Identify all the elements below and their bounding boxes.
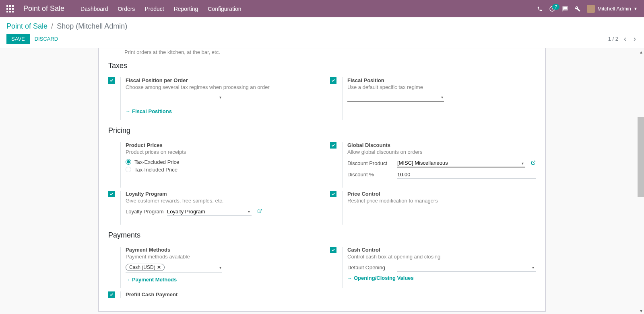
breadcrumb: Point of Sale / Shop (Mitchell Admin) [6,22,638,31]
svg-rect-0 [6,5,8,7]
label-product-prices: Product Prices [126,142,314,148]
label-loyalty: Loyalty Program [126,191,314,197]
label-global-discounts: Global Discounts [347,142,536,148]
label-discount-product: Discount Product [347,160,394,166]
form-sheet: Print orders at the kitchen, at the bar,… [98,48,546,312]
label-default-opening: Default Opening [347,264,394,271]
label-cash-control: Cash Control [347,247,536,253]
breadcrumb-current: Shop (Mitchell Admin) [57,22,127,30]
avatar [587,5,595,13]
menu-orders[interactable]: Orders [118,6,135,12]
svg-rect-8 [12,11,14,12]
activity-badge: 7 [552,4,559,10]
input-loyalty-program[interactable] [167,208,252,216]
desc-cash-control: Control cash box at opening and closing [347,254,536,260]
menu-configuration[interactable]: Configuration [208,6,241,12]
input-discount-product[interactable] [397,159,525,167]
breadcrumb-bar: Point of Sale / Shop (Mitchell Admin) [0,17,644,31]
section-pricing: Pricing [108,126,536,135]
tag-cash-usd: Cash (USD) ✕ [126,264,165,271]
menu-product[interactable]: Product [144,6,164,12]
save-button[interactable]: SAVE [6,34,30,44]
tag-remove-icon[interactable]: ✕ [157,264,161,270]
field-payment-methods[interactable]: Cash (USD) ✕ [126,264,222,273]
pager: 1 / 2 ‹ › [608,35,638,43]
menu-dashboard[interactable]: Dashboard [80,6,108,12]
arrow-right-icon: → [347,275,352,281]
desc-product-prices: Product prices on receipts [126,149,314,155]
debug-icon[interactable] [575,6,580,12]
desc-loyalty: Give customer rewards, free samples, etc… [126,198,314,204]
checkbox-global-discounts[interactable] [330,142,336,149]
svg-rect-6 [6,11,8,12]
arrow-right-icon: → [126,108,130,114]
desc-price-control: Restrict price modification to managers [347,198,536,204]
radio-tax-included[interactable]: Tax-Included Price [126,167,314,173]
pager-prev-icon[interactable]: ‹ [622,35,628,43]
svg-rect-5 [12,8,14,10]
checkbox-fiscal-position[interactable] [330,77,336,84]
link-fiscal-positions[interactable]: →Fiscal Positions [126,108,172,114]
label-prefill-cash: Prefill Cash Payment [126,291,314,297]
main-navbar: Point of Sale Dashboard Orders Product R… [0,0,644,17]
external-link-icon[interactable] [531,160,536,166]
label-discount-pct: Discount % [347,171,394,178]
breadcrumb-sep: / [51,22,53,30]
user-menu[interactable]: Mitchell Admin ▼ [587,5,638,13]
radio-tax-excluded[interactable]: Tax-Excluded Price [126,159,314,165]
link-payment-methods[interactable]: →Payment Methods [126,277,177,283]
navbar-menu: Dashboard Orders Product Reporting Confi… [80,6,242,12]
desc-global-discounts: Allow global discounts on orders [347,149,536,155]
checkbox-prefill-cash[interactable] [108,291,115,298]
scroll-down-icon[interactable]: ▼ [639,309,643,312]
external-link-icon[interactable] [257,209,262,215]
svg-rect-7 [9,11,11,12]
content-area: Print orders at the kitchen, at the bar,… [0,48,644,312]
caret-down-icon: ▼ [634,6,638,11]
truncated-prev-desc: Print orders at the kitchen, at the bar,… [108,48,536,55]
control-panel: SAVE DISCARD 1 / 2 ‹ › [0,31,644,48]
scroll-up-icon[interactable]: ▲ [639,50,643,54]
svg-rect-1 [9,5,11,7]
checkbox-loyalty[interactable] [108,191,115,197]
checkbox-fiscal-per-order[interactable] [108,77,115,84]
desc-fiscal-per-order: Choose among several tax regimes when pr… [126,84,314,90]
breadcrumb-root[interactable]: Point of Sale [6,22,47,30]
input-discount-pct[interactable] [397,171,536,179]
dropdown-default-fiscal-position[interactable] [347,94,444,102]
desc-payment-methods: Payment methods available [126,254,314,260]
section-taxes: Taxes [108,62,536,70]
app-brand[interactable]: Point of Sale [23,4,64,13]
label-fiscal-per-order: Fiscal Position per Order [126,77,314,83]
dropdown-fiscal-positions[interactable] [126,94,222,102]
checkbox-cash-control[interactable] [330,247,336,253]
svg-rect-2 [12,5,14,7]
discard-button[interactable]: DISCARD [30,34,63,44]
radio-icon [126,167,131,172]
label-fiscal-position: Fiscal Position [347,77,536,83]
pager-value[interactable]: 1 / 2 [608,36,618,42]
activities-icon[interactable]: 7 [549,6,555,12]
svg-rect-3 [6,8,8,10]
link-opening-closing[interactable]: →Opening/Closing Values [347,275,414,281]
label-price-control: Price Control [347,191,536,197]
user-name: Mitchell Admin [597,6,631,12]
menu-reporting[interactable]: Reporting [174,6,198,12]
radio-icon [126,159,131,165]
arrow-right-icon: → [126,277,130,283]
label-loyalty-program: Loyalty Program [126,209,164,215]
scrollbar-thumb[interactable] [638,117,644,197]
checkbox-price-control[interactable] [330,191,336,197]
section-payments: Payments [108,231,536,240]
label-payment-methods: Payment Methods [126,247,314,253]
apps-icon[interactable] [6,5,14,12]
input-default-opening[interactable] [397,264,536,272]
messages-icon[interactable] [562,6,568,12]
pager-next-icon[interactable]: › [632,35,638,43]
svg-rect-4 [9,8,11,10]
desc-fiscal-position: Use a default specific tax regime [347,84,536,90]
phone-icon[interactable] [537,6,543,12]
